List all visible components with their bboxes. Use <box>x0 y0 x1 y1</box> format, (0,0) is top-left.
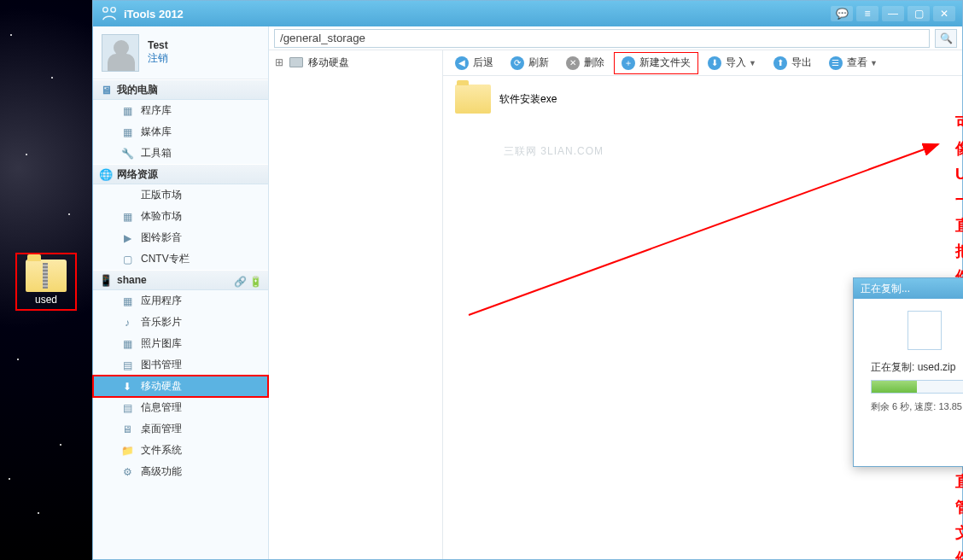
progress-bar: 14% <box>871 380 963 394</box>
navgroup-netres[interactable]: 🌐 网络资源 <box>93 164 268 184</box>
gear-icon: ⚙ <box>120 465 134 479</box>
dialog-icons <box>871 311 963 350</box>
grid-icon: ▦ <box>120 210 134 224</box>
tree-panel: ⊞ 移动硬盘 <box>269 50 443 559</box>
back-button[interactable]: ◀后退 <box>447 52 501 74</box>
nav-official-market[interactable]: 正版市场 <box>93 184 268 206</box>
watermark: 三联网 3LIAN.COM <box>504 144 604 159</box>
file-item[interactable]: 软件安装exe <box>455 85 609 114</box>
nav-media[interactable]: ▦媒体库 <box>93 121 268 143</box>
newfolder-button[interactable]: ＋新建文件夹 <box>614 52 698 74</box>
delete-icon: ✕ <box>566 56 580 70</box>
book-icon: ▤ <box>120 359 134 372</box>
import-icon: ⬇ <box>708 56 721 70</box>
folder-icon <box>455 85 491 114</box>
svg-point-1 <box>111 8 116 13</box>
maximize-button[interactable]: ▢ <box>908 6 930 21</box>
wrench-icon: 🔧 <box>120 147 134 160</box>
files-area[interactable]: 软件安装exe 三联网 3LIAN.COM 可以像用U盘一样, 直接把文件拖进"… <box>443 76 962 559</box>
play-icon: ▶ <box>120 231 134 245</box>
minimize-button[interactable]: — <box>882 6 904 21</box>
desktop-folder-label: used <box>22 294 70 306</box>
nav-books[interactable]: ▤图书管理 <box>93 354 268 376</box>
nav-advanced[interactable]: ⚙高级功能 <box>93 461 268 482</box>
path-input[interactable] <box>274 29 930 48</box>
photo-icon: ▦ <box>120 337 134 351</box>
view-button[interactable]: ☰查看▼ <box>821 52 885 74</box>
export-icon: ⬆ <box>773 56 787 70</box>
chevron-down-icon: ▼ <box>749 59 756 67</box>
apple-icon <box>120 189 134 202</box>
tv-icon: ▢ <box>120 253 134 266</box>
import-button[interactable]: ⬇导入▼ <box>700 52 764 74</box>
disk-icon: ⬇ <box>120 380 134 394</box>
navgroup-mycomputer[interactable]: 🖥 我的电脑 <box>93 79 268 100</box>
close-button[interactable]: ✕ <box>933 6 955 21</box>
music-icon: ♪ <box>120 316 134 330</box>
expand-icon[interactable]: ⊞ <box>274 56 284 68</box>
feedback-button[interactable]: 💬 <box>831 6 853 21</box>
main-panel: 🔍 ⊞ 移动硬盘 ◀后退 ⟳刷新 ✕删除 ＋新建文件夹 <box>269 26 962 559</box>
nav-ringtones[interactable]: ▶图铃影音 <box>93 227 268 248</box>
computer-icon: 🖥 <box>100 84 112 96</box>
settings-button[interactable]: ≡ <box>856 6 878 21</box>
dialog-titlebar[interactable]: 正在复制... ✕ <box>854 278 963 299</box>
drive-icon <box>289 57 303 67</box>
dialog-detail: 剩余 6 秒, 速度: 13.85 MB/s (19.53 MB / 135.9… <box>871 400 963 413</box>
globe-icon: 🌐 <box>100 168 112 180</box>
nav-photos[interactable]: ▦照片图库 <box>93 333 268 354</box>
media-icon: ▦ <box>120 125 134 139</box>
desktop-folder-used[interactable]: used <box>15 253 77 311</box>
apps-icon: ▦ <box>120 295 134 308</box>
avatar-icon <box>102 34 139 72</box>
newfolder-icon: ＋ <box>622 56 635 70</box>
titlebar[interactable]: iTools 2012 💬 ≡ — ▢ ✕ <box>93 1 962 26</box>
desktop-background: used <box>0 0 92 560</box>
file-name: 软件安装exe <box>499 92 557 107</box>
nav-programs[interactable]: ▦程序库 <box>93 100 268 121</box>
nav-mobile-disk[interactable]: ⬇移动硬盘 <box>93 376 268 397</box>
app-logo-icon <box>100 4 119 23</box>
logout-link[interactable]: 注销 <box>148 51 168 66</box>
grid-icon: ▦ <box>120 104 134 118</box>
nav-info[interactable]: ▤信息管理 <box>93 397 268 418</box>
desktop-icon: 🖥 <box>120 423 134 436</box>
folder-icon: 📁 <box>120 444 134 458</box>
nav-music[interactable]: ♪音乐影片 <box>93 312 268 333</box>
navgroup-device[interactable]: 📱 shane 🔗 🔋 <box>93 270 268 290</box>
progress-fill <box>872 381 917 393</box>
user-name: Test <box>148 39 168 51</box>
toolbar: ◀后退 ⟳刷新 ✕删除 ＋新建文件夹 ⬇导入▼ ⬆导出 ☰查看▼ <box>443 50 962 76</box>
link-icon: 🔗 <box>234 276 246 284</box>
copy-dialog: 正在复制... ✕ 正在复制: used.zip <box>853 277 963 467</box>
dialog-status: 正在复制: used.zip <box>871 360 963 375</box>
nav-cntv[interactable]: ▢CNTV专栏 <box>93 248 268 270</box>
nav-desktop[interactable]: 🖥桌面管理 <box>93 418 268 440</box>
export-button[interactable]: ⬆导出 <box>766 52 820 74</box>
sidebar: Test 注销 🖥 我的电脑 ▦程序库 ▦媒体库 🔧工具箱 🌐 网络资源 正版市… <box>93 26 269 559</box>
doc-icon <box>908 311 942 350</box>
battery-icon: 🔋 <box>249 276 261 284</box>
refresh-icon: ⟳ <box>511 56 524 70</box>
chevron-down-icon: ▼ <box>870 59 878 67</box>
user-box: Test 注销 <box>93 26 268 79</box>
nav-apps[interactable]: ▦应用程序 <box>93 290 268 312</box>
tree-root[interactable]: ⊞ 移动硬盘 <box>274 54 437 71</box>
search-button[interactable]: 🔍 <box>935 29 957 48</box>
nav-trial-market[interactable]: ▦体验市场 <box>93 206 268 227</box>
zip-folder-icon <box>26 260 67 292</box>
info-icon: ▤ <box>120 401 134 415</box>
dialog-title: 正在复制... <box>861 282 910 296</box>
path-bar: 🔍 <box>269 26 962 50</box>
delete-button[interactable]: ✕删除 <box>558 52 612 74</box>
app-window: iTools 2012 💬 ≡ — ▢ ✕ Test 注销 🖥 我的电脑 ▦程序… <box>92 0 963 560</box>
nav-filesystem[interactable]: 📁文件系统 <box>93 440 268 461</box>
svg-point-0 <box>103 8 108 13</box>
refresh-button[interactable]: ⟳刷新 <box>503 52 557 74</box>
back-icon: ◀ <box>455 56 469 70</box>
device-icon: 📱 <box>100 274 112 286</box>
nav-tools[interactable]: 🔧工具箱 <box>93 143 268 164</box>
app-title: iTools 2012 <box>124 8 827 20</box>
view-icon: ☰ <box>829 56 843 70</box>
